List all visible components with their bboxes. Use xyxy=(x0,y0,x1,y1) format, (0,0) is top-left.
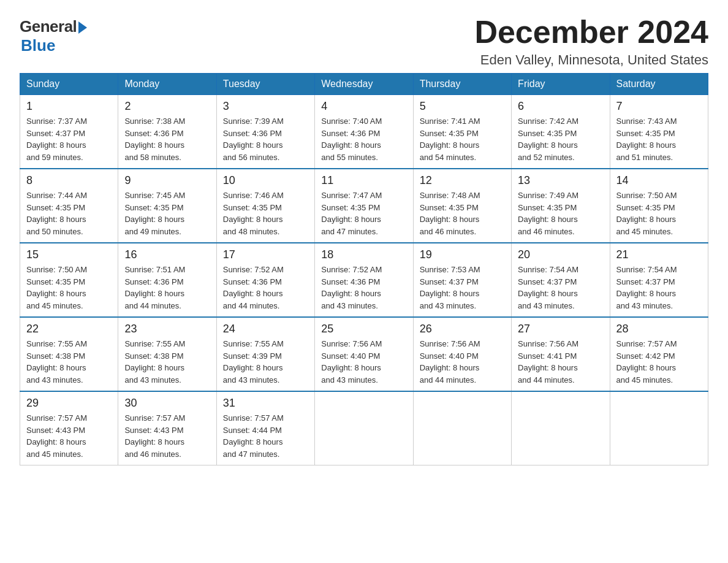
day-number: 8 xyxy=(26,174,112,187)
calendar-cell: 4Sunrise: 7:40 AMSunset: 4:36 PMDaylight… xyxy=(315,95,413,169)
day-info: Sunrise: 7:55 AMSunset: 4:38 PMDaylight:… xyxy=(124,338,210,386)
calendar-cell: 13Sunrise: 7:49 AMSunset: 4:35 PMDayligh… xyxy=(512,169,610,243)
day-info: Sunrise: 7:57 AMSunset: 4:42 PMDaylight:… xyxy=(616,338,702,386)
day-info: Sunrise: 7:55 AMSunset: 4:38 PMDaylight:… xyxy=(26,338,112,386)
day-number: 5 xyxy=(420,100,505,113)
logo-blue-text: Blue xyxy=(21,36,55,55)
day-number: 4 xyxy=(321,100,406,113)
weekday-header-sunday: Sunday xyxy=(20,74,118,95)
day-info: Sunrise: 7:56 AMSunset: 4:40 PMDaylight:… xyxy=(420,338,505,386)
calendar-cell xyxy=(413,391,511,465)
logo-general-text: General xyxy=(20,17,77,36)
day-info: Sunrise: 7:56 AMSunset: 4:41 PMDaylight:… xyxy=(518,338,603,386)
day-info: Sunrise: 7:39 AMSunset: 4:36 PMDaylight:… xyxy=(223,115,308,163)
location-title: Eden Valley, Minnesota, United States xyxy=(474,52,708,68)
calendar-cell xyxy=(315,391,413,465)
day-number: 11 xyxy=(321,174,406,187)
day-number: 13 xyxy=(518,174,603,187)
weekday-header-wednesday: Wednesday xyxy=(315,74,413,95)
day-info: Sunrise: 7:57 AMSunset: 4:44 PMDaylight:… xyxy=(223,412,308,460)
calendar-cell: 9Sunrise: 7:45 AMSunset: 4:35 PMDaylight… xyxy=(118,169,216,243)
calendar-cell: 7Sunrise: 7:43 AMSunset: 4:35 PMDaylight… xyxy=(610,95,708,169)
day-number: 20 xyxy=(518,248,603,261)
calendar-cell: 20Sunrise: 7:54 AMSunset: 4:37 PMDayligh… xyxy=(512,243,610,317)
day-number: 2 xyxy=(124,100,210,113)
day-number: 1 xyxy=(26,100,112,113)
day-number: 25 xyxy=(321,323,406,335)
day-number: 19 xyxy=(420,248,505,261)
day-number: 14 xyxy=(616,174,702,187)
day-info: Sunrise: 7:38 AMSunset: 4:36 PMDaylight:… xyxy=(124,115,210,163)
day-info: Sunrise: 7:46 AMSunset: 4:35 PMDaylight:… xyxy=(223,190,308,237)
calendar-cell: 25Sunrise: 7:56 AMSunset: 4:40 PMDayligh… xyxy=(315,317,413,391)
day-info: Sunrise: 7:42 AMSunset: 4:35 PMDaylight:… xyxy=(518,115,603,163)
calendar-cell: 2Sunrise: 7:38 AMSunset: 4:36 PMDaylight… xyxy=(118,95,216,169)
day-number: 31 xyxy=(223,397,308,410)
weekday-header-friday: Friday xyxy=(512,74,610,95)
day-info: Sunrise: 7:48 AMSunset: 4:35 PMDaylight:… xyxy=(420,190,505,237)
day-number: 22 xyxy=(26,323,112,335)
calendar-cell: 28Sunrise: 7:57 AMSunset: 4:42 PMDayligh… xyxy=(610,317,708,391)
calendar-cell: 30Sunrise: 7:57 AMSunset: 4:43 PMDayligh… xyxy=(118,391,216,465)
day-info: Sunrise: 7:54 AMSunset: 4:37 PMDaylight:… xyxy=(616,264,702,312)
day-number: 28 xyxy=(616,323,702,335)
day-number: 6 xyxy=(518,100,603,113)
day-number: 12 xyxy=(420,174,505,187)
day-number: 29 xyxy=(26,397,112,410)
calendar-cell: 3Sunrise: 7:39 AMSunset: 4:36 PMDaylight… xyxy=(216,95,314,169)
calendar-cell: 16Sunrise: 7:51 AMSunset: 4:36 PMDayligh… xyxy=(118,243,216,317)
day-info: Sunrise: 7:37 AMSunset: 4:37 PMDaylight:… xyxy=(26,115,112,163)
calendar-cell: 26Sunrise: 7:56 AMSunset: 4:40 PMDayligh… xyxy=(413,317,511,391)
day-number: 15 xyxy=(26,248,112,261)
title-block: December 2024 Eden Valley, Minnesota, Un… xyxy=(474,15,708,68)
calendar-cell: 24Sunrise: 7:55 AMSunset: 4:39 PMDayligh… xyxy=(216,317,314,391)
day-number: 17 xyxy=(223,248,308,261)
calendar-cell: 12Sunrise: 7:48 AMSunset: 4:35 PMDayligh… xyxy=(413,169,511,243)
day-info: Sunrise: 7:53 AMSunset: 4:37 PMDaylight:… xyxy=(420,264,505,312)
calendar-cell xyxy=(610,391,708,465)
day-info: Sunrise: 7:41 AMSunset: 4:35 PMDaylight:… xyxy=(420,115,505,163)
day-info: Sunrise: 7:57 AMSunset: 4:43 PMDaylight:… xyxy=(124,412,210,460)
day-info: Sunrise: 7:55 AMSunset: 4:39 PMDaylight:… xyxy=(223,338,308,386)
day-info: Sunrise: 7:45 AMSunset: 4:35 PMDaylight:… xyxy=(124,190,210,237)
calendar-table: SundayMondayTuesdayWednesdayThursdayFrid… xyxy=(20,73,708,465)
day-number: 24 xyxy=(223,323,308,335)
calendar-cell: 11Sunrise: 7:47 AMSunset: 4:35 PMDayligh… xyxy=(315,169,413,243)
day-number: 21 xyxy=(616,248,702,261)
day-info: Sunrise: 7:54 AMSunset: 4:37 PMDaylight:… xyxy=(518,264,603,312)
day-number: 16 xyxy=(124,248,210,261)
calendar-cell: 14Sunrise: 7:50 AMSunset: 4:35 PMDayligh… xyxy=(610,169,708,243)
weekday-header-thursday: Thursday xyxy=(413,74,511,95)
day-number: 23 xyxy=(124,323,210,335)
calendar-cell: 23Sunrise: 7:55 AMSunset: 4:38 PMDayligh… xyxy=(118,317,216,391)
day-number: 10 xyxy=(223,174,308,187)
day-info: Sunrise: 7:43 AMSunset: 4:35 PMDaylight:… xyxy=(616,115,702,163)
calendar-cell: 21Sunrise: 7:54 AMSunset: 4:37 PMDayligh… xyxy=(610,243,708,317)
calendar-cell: 10Sunrise: 7:46 AMSunset: 4:35 PMDayligh… xyxy=(216,169,314,243)
weekday-header-saturday: Saturday xyxy=(610,74,708,95)
day-number: 7 xyxy=(616,100,702,113)
calendar-cell: 19Sunrise: 7:53 AMSunset: 4:37 PMDayligh… xyxy=(413,243,511,317)
weekday-header-row: SundayMondayTuesdayWednesdayThursdayFrid… xyxy=(20,74,708,95)
calendar-cell: 22Sunrise: 7:55 AMSunset: 4:38 PMDayligh… xyxy=(20,317,118,391)
day-info: Sunrise: 7:52 AMSunset: 4:36 PMDaylight:… xyxy=(321,264,406,312)
day-number: 3 xyxy=(223,100,308,113)
calendar-cell: 31Sunrise: 7:57 AMSunset: 4:44 PMDayligh… xyxy=(216,391,314,465)
calendar-cell: 15Sunrise: 7:50 AMSunset: 4:35 PMDayligh… xyxy=(20,243,118,317)
day-info: Sunrise: 7:49 AMSunset: 4:35 PMDaylight:… xyxy=(518,190,603,237)
calendar-cell: 8Sunrise: 7:44 AMSunset: 4:35 PMDaylight… xyxy=(20,169,118,243)
month-title: December 2024 xyxy=(474,15,708,50)
day-info: Sunrise: 7:52 AMSunset: 4:36 PMDaylight:… xyxy=(223,264,308,312)
day-number: 30 xyxy=(124,397,210,410)
calendar-cell: 17Sunrise: 7:52 AMSunset: 4:36 PMDayligh… xyxy=(216,243,314,317)
calendar-cell xyxy=(512,391,610,465)
week-row-5: 29Sunrise: 7:57 AMSunset: 4:43 PMDayligh… xyxy=(20,391,708,465)
logo-arrow-icon xyxy=(78,21,87,34)
day-info: Sunrise: 7:50 AMSunset: 4:35 PMDaylight:… xyxy=(26,264,112,312)
calendar-cell: 6Sunrise: 7:42 AMSunset: 4:35 PMDaylight… xyxy=(512,95,610,169)
day-info: Sunrise: 7:57 AMSunset: 4:43 PMDaylight:… xyxy=(26,412,112,460)
calendar-cell: 1Sunrise: 7:37 AMSunset: 4:37 PMDaylight… xyxy=(20,95,118,169)
day-number: 26 xyxy=(420,323,505,335)
day-number: 27 xyxy=(518,323,603,335)
day-info: Sunrise: 7:40 AMSunset: 4:36 PMDaylight:… xyxy=(321,115,406,163)
